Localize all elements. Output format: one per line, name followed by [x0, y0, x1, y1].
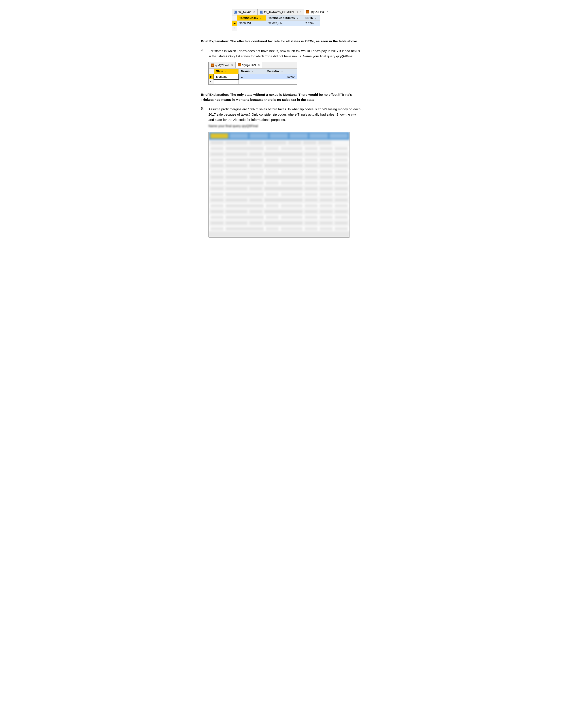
tab-qryq2final-close[interactable]: ✕: [231, 64, 233, 67]
cell-salestax-1[interactable]: $0.00: [265, 74, 297, 79]
cell2-empty-1[interactable]: [214, 79, 239, 84]
cell2-empty-2[interactable]: [239, 79, 265, 84]
col-nexus[interactable]: Nexus ▼: [239, 68, 265, 74]
cell-totalsalestax-1[interactable]: $600,351: [237, 21, 266, 26]
blurred-row-10: [209, 191, 350, 197]
cell-empty-3[interactable]: [303, 26, 321, 31]
query-icon3: !: [238, 63, 241, 66]
table1-tab-bar: tbl_Nexus ✕ tbl_TaxRates_COMBINED ✕ ! qr…: [232, 9, 331, 15]
grid-icon2: [260, 11, 263, 14]
table2-grid: State ⊿ Nexus ▼ SalesTax ▼ ▶ Montana 1 $…: [209, 68, 297, 85]
cell-empty-2[interactable]: [266, 26, 303, 31]
col-cetr[interactable]: CETR ▼: [303, 15, 321, 21]
blurred-row-11: [209, 197, 350, 203]
tab-qryq4final[interactable]: ! qryQ4Final ✕: [235, 62, 262, 68]
table1-row-1: ▶ $600,351 $7,678,414 7.82%: [232, 21, 321, 26]
item-4-text: For states in which Trina's does not hav…: [208, 48, 362, 59]
table2-row-empty: *: [209, 79, 297, 84]
tab-qryq4final-close[interactable]: ✕: [258, 64, 260, 66]
table2-wrapper: ! qryQ2Final ✕ ! qryQ4Final ✕ State ⊿ Ne…: [208, 62, 297, 85]
cell-cetr-1[interactable]: 7.82%: [303, 21, 321, 26]
blurred-col-5: [310, 133, 328, 138]
tab-tbl-taxrates[interactable]: tbl_TaxRates_COMBINED ✕: [258, 9, 304, 15]
dropdown-arrow-salestax[interactable]: ▼: [281, 70, 283, 73]
header2-selector: [209, 68, 214, 74]
table2-container: ! qryQ2Final ✕ ! qryQ4Final ✕ State ⊿ Ne…: [208, 62, 362, 89]
blurred-row-14: [209, 214, 350, 220]
blurred-row-16: [209, 226, 350, 232]
blurred-row-4: [209, 157, 350, 163]
table2-tab-bar: ! qryQ2Final ✕ ! qryQ4Final ✕: [209, 62, 297, 68]
col-totalsalesallstates[interactable]: TotalSalesAllStates ▼: [266, 15, 303, 21]
table1-row-empty: *: [232, 26, 321, 31]
cell-nexus-1[interactable]: 1: [239, 74, 265, 79]
cell-state-montana[interactable]: Montana: [214, 74, 239, 79]
blurred-header: [209, 132, 350, 140]
tab-qryq3final[interactable]: ! qryQ3Final ✕: [304, 9, 331, 15]
table1-wrapper: tbl_Nexus ✕ tbl_TaxRates_COMBINED ✕ ! qr…: [232, 9, 331, 31]
blurred-row-15: [209, 220, 350, 226]
blurred-row-7: [209, 174, 350, 180]
item-5: 5. Assume profit margins are 10% of sale…: [201, 107, 362, 129]
tab-tbl-nexus[interactable]: tbl_Nexus ✕: [232, 9, 258, 15]
row2-empty-selector: *: [209, 79, 214, 84]
col-state[interactable]: State ⊿: [214, 68, 239, 74]
tab-qryq3final-label: qryQ3Final: [311, 10, 325, 13]
table2-header-row: State ⊿ Nexus ▼ SalesTax ▼: [209, 68, 297, 74]
blurred-row-8: [209, 180, 350, 186]
blurred-row-5: [209, 163, 350, 169]
tab-qryq4final-label: qryQ4Final: [242, 63, 256, 67]
dropdown-arrow-3[interactable]: ▼: [315, 17, 317, 19]
header-selector: [232, 15, 237, 21]
tab-tbl-nexus-label: tbl_Nexus: [238, 10, 251, 14]
blurred-inner-content: [209, 132, 350, 237]
blurred-col-6: [330, 133, 348, 138]
row1-selector: ▶: [232, 21, 237, 26]
col-totalsalestax[interactable]: TotalSalesTax ▼: [237, 15, 266, 21]
blurred-section-container: [208, 132, 362, 238]
item-4: 4. For states in which Trina's does not …: [201, 48, 362, 59]
explanation-1: Brief Explanation: The effective combine…: [201, 39, 362, 44]
dropdown-arrow-1[interactable]: ▼: [259, 17, 262, 19]
item-5-query-partial: Name your final query qryQ5Final: [208, 123, 258, 129]
tab-tbl-taxrates-label: tbl_TaxRates_COMBINED: [264, 10, 298, 14]
blurred-data-rows: [209, 140, 350, 232]
tab-qryq3final-close[interactable]: ✕: [327, 10, 329, 13]
tab-qryq2final[interactable]: ! qryQ2Final ✕: [209, 62, 235, 68]
explanation-2: Brief Explanation: The only state withou…: [201, 92, 362, 102]
query-icon: !: [306, 10, 309, 13]
blurred-col-4: [290, 133, 308, 138]
table1-header-row: TotalSalesTax ▼ TotalSalesAllStates ▼ CE…: [232, 15, 321, 21]
dropdown-arrow-2[interactable]: ▼: [296, 17, 299, 19]
grid-icon: [234, 11, 237, 14]
tab-tbl-taxrates-close[interactable]: ✕: [300, 11, 302, 13]
tab-qryq2final-label: qryQ2Final: [215, 64, 229, 67]
blurred-row-1: [209, 140, 350, 146]
blurred-table-section: [208, 132, 350, 238]
dropdown-arrow-nexus[interactable]: ▼: [251, 70, 253, 73]
blurred-col-1: [230, 133, 248, 138]
filter-icon-state[interactable]: ⊿: [224, 70, 226, 73]
cell2-empty-3[interactable]: [265, 79, 297, 84]
item-5-text: Assume profit margins are 10% of sales b…: [208, 107, 362, 129]
blurred-row-2: [209, 146, 350, 151]
item-4-number: 4.: [201, 48, 206, 59]
blurred-col-3: [270, 133, 288, 138]
blurred-row-6: [209, 169, 350, 174]
query-icon2: !: [211, 64, 214, 67]
blurred-row-13: [209, 209, 350, 214]
col-salestax[interactable]: SalesTax ▼: [265, 68, 297, 74]
blurred-row-12: [209, 203, 350, 209]
row-empty-selector: *: [232, 26, 237, 31]
cell-totalsalesallstates-1[interactable]: $7,678,414: [266, 21, 303, 26]
table2-row-1: ▶ Montana 1 $0.00: [209, 74, 297, 79]
blurred-col-yellow: [210, 133, 228, 138]
blurred-row-9: [209, 186, 350, 191]
table1-grid: TotalSalesTax ▼ TotalSalesAllStates ▼ CE…: [232, 15, 321, 31]
cell-empty-1[interactable]: [237, 26, 266, 31]
row2-1-selector: ▶: [209, 74, 214, 79]
blurred-row-3: [209, 151, 350, 157]
tab-tbl-nexus-close[interactable]: ✕: [253, 11, 255, 13]
blurred-col-2: [250, 133, 268, 138]
item-5-number: 5.: [201, 107, 206, 129]
